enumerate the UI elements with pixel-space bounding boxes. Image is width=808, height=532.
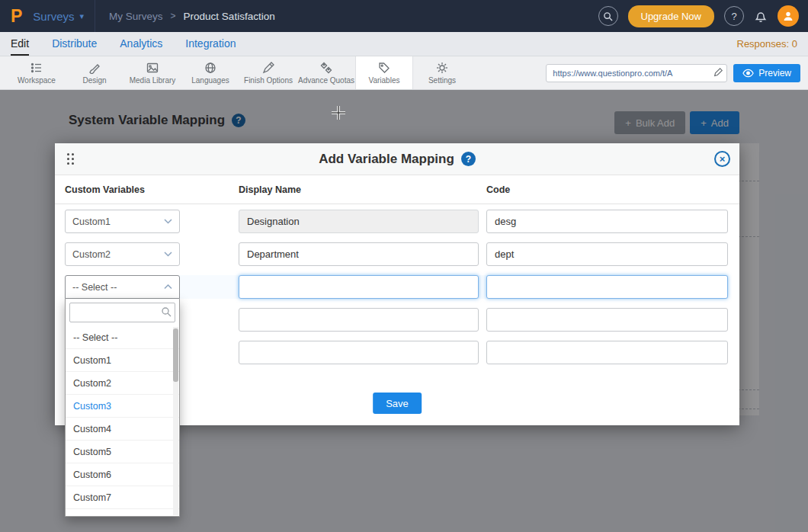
close-icon[interactable]: ×: [714, 151, 730, 167]
tab-distribute[interactable]: Distribute: [52, 32, 97, 56]
tab-edit[interactable]: Edit: [11, 32, 29, 56]
display-name-input[interactable]: [239, 341, 479, 364]
variable-select-open[interactable]: -- Select --: [65, 275, 180, 299]
modal-header: Add Variable Mapping ? ×: [55, 143, 739, 175]
variables-icon: [378, 62, 390, 74]
surveys-menu-label: Surveys: [33, 10, 74, 23]
user-icon: [782, 10, 794, 22]
settings-icon: [436, 62, 448, 74]
variable-select-value: -- Select --: [72, 282, 117, 293]
avatar[interactable]: [778, 5, 799, 27]
chevron-up-icon: [164, 284, 172, 290]
toolbar-item-design[interactable]: Design: [66, 56, 123, 89]
code-input[interactable]: [486, 275, 728, 299]
toolbar-item-workspace[interactable]: Workspace: [8, 56, 66, 89]
survey-url-input[interactable]: [546, 64, 727, 82]
code-input[interactable]: [486, 341, 728, 364]
drag-handle[interactable]: [67, 153, 74, 165]
display-name-input[interactable]: [239, 210, 479, 233]
tab-integration[interactable]: Integration: [185, 32, 236, 56]
code-input[interactable]: [486, 308, 728, 332]
toolbar-item-label: Workspace: [18, 76, 56, 85]
notifications-button[interactable]: [754, 9, 768, 23]
toolbar-item-label: Advance Quotas: [298, 76, 354, 85]
media-library-icon: [146, 62, 159, 74]
breadcrumb-my-surveys[interactable]: My Surveys: [109, 11, 163, 22]
display-name-input[interactable]: [239, 242, 479, 266]
toolbar-item-label: Languages: [191, 76, 229, 85]
languages-icon: [204, 62, 216, 74]
search-button[interactable]: [598, 6, 618, 26]
mapping-row: Custom1: [65, 210, 728, 233]
dropdown-option[interactable]: Custom4: [66, 418, 179, 441]
variable-select-value: Custom1: [72, 216, 111, 227]
toolbar-item-variables[interactable]: Variables: [355, 56, 413, 89]
toolbar-item-settings[interactable]: Settings: [413, 56, 471, 89]
toolbar-item-label: Finish Options: [244, 76, 293, 85]
mapping-row: Custom2: [65, 242, 728, 266]
questionpro-logo[interactable]: P: [11, 6, 22, 27]
responses-count: Responses: 0: [737, 38, 798, 50]
question-icon: ?: [731, 11, 736, 22]
column-header-display-name: Display Name: [239, 184, 479, 195]
code-input[interactable]: [486, 242, 728, 266]
tab-analytics[interactable]: Analytics: [120, 32, 162, 56]
advance-quotas-icon: [320, 62, 332, 74]
modal-help-icon[interactable]: ?: [461, 152, 476, 166]
dropdown-option[interactable]: Custom5: [66, 441, 179, 463]
edit-toolbar: Workspace Design Media Library Languages…: [0, 56, 808, 90]
dropdown-search: [69, 303, 175, 322]
app-screen: P Surveys ▾ My Surveys > Product Satisfa…: [0, 0, 808, 532]
topbar: P Surveys ▾ My Surveys > Product Satisfa…: [0, 0, 808, 32]
topbar-actions: Upgrade Now ?: [598, 5, 800, 27]
upgrade-now-button[interactable]: Upgrade Now: [628, 5, 715, 27]
column-headers: Custom Variables Display Name Code: [55, 175, 739, 204]
dropdown-scrollbar[interactable]: [173, 327, 178, 515]
breadcrumb: My Surveys > Product Satisfaction: [109, 11, 275, 22]
breadcrumb-separator: >: [171, 11, 176, 21]
toolbar-item-label: Variables: [369, 76, 400, 85]
search-icon: [161, 306, 172, 320]
add-variable-mapping-modal: Add Variable Mapping ? × Custom Variable…: [55, 143, 739, 425]
display-name-input[interactable]: [239, 275, 479, 299]
edit-url-icon[interactable]: [713, 67, 723, 81]
dropdown-option[interactable]: Custom1: [66, 349, 179, 372]
toolbar-item-label: Media Library: [130, 76, 176, 85]
chevron-down-icon: [164, 252, 172, 257]
dropdown-search-input[interactable]: [69, 303, 175, 322]
dropdown-option[interactable]: -- Select --: [66, 326, 179, 349]
column-header-custom-variables: Custom Variables: [65, 184, 180, 195]
variable-select-value: Custom2: [72, 249, 111, 260]
toolbar-item-languages[interactable]: Languages: [181, 56, 239, 89]
scrollbar-thumb[interactable]: [173, 328, 178, 382]
survey-url-wrap: [546, 64, 727, 82]
save-button[interactable]: Save: [373, 393, 422, 414]
toolbar-item-finish-options[interactable]: Finish Options: [239, 56, 297, 89]
page-title: Product Satisfaction: [184, 11, 275, 22]
toolbar-item-advance-quotas[interactable]: Advance Quotas: [297, 56, 355, 89]
design-icon: [88, 62, 101, 74]
topbar-divider: [95, 0, 95, 32]
modal-title: Add Variable Mapping: [319, 152, 454, 167]
dropdown-option-highlighted[interactable]: Custom3: [66, 395, 179, 418]
code-input[interactable]: [486, 210, 728, 233]
help-button[interactable]: ?: [724, 6, 744, 26]
toolbar-item-label: Settings: [428, 76, 456, 85]
finish-options-icon: [262, 62, 274, 74]
section-nav: Edit Distribute Analytics Integration Re…: [0, 32, 808, 56]
toolbar-item-media-library[interactable]: Media Library: [123, 56, 181, 89]
toolbar-item-label: Design: [82, 76, 106, 85]
bell-icon: [754, 9, 768, 23]
dropdown-option[interactable]: Custom7: [66, 486, 179, 509]
toolbar-right: Preview: [546, 56, 808, 89]
variable-select[interactable]: Custom2: [65, 242, 180, 266]
dropdown-option[interactable]: Custom6: [66, 463, 179, 486]
search-icon: [603, 11, 613, 21]
chevron-down-icon: [164, 219, 172, 224]
preview-button[interactable]: Preview: [733, 64, 800, 82]
surveys-menu[interactable]: Surveys ▾: [33, 10, 84, 23]
display-name-input[interactable]: [239, 308, 479, 332]
variable-select[interactable]: Custom1: [65, 210, 180, 233]
dropdown-option[interactable]: Custom2: [66, 372, 179, 395]
caret-down-icon: ▾: [80, 11, 85, 21]
